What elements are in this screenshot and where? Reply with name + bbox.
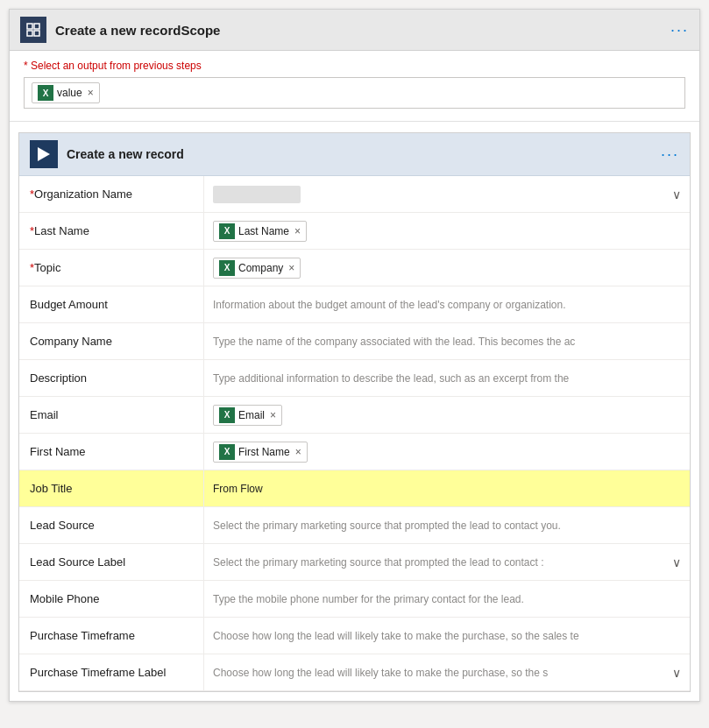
excel-icon: X	[219, 223, 235, 239]
field-label-email: Email	[19, 397, 203, 433]
inner-header-icon	[30, 140, 58, 168]
field-value-purchase-timeframe[interactable]: Choose how long the lead will likely tak…	[203, 618, 690, 654]
inner-header: Create a new record ···	[19, 133, 690, 176]
field-value-lead-source-label[interactable]: Select the primary marketing source that…	[203, 544, 690, 580]
field-label-description: Description	[19, 360, 203, 396]
field-value-organization-name[interactable]: ∨	[203, 176, 690, 212]
field-value-description[interactable]: Type additional information to describe …	[203, 360, 690, 396]
outer-header: Create a new recordScope ···	[10, 10, 699, 51]
field-row: Last NameXLast Name×	[19, 213, 690, 250]
field-row: Budget AmountInformation about the budge…	[19, 286, 690, 323]
outer-title: Create a new recordScope	[55, 23, 670, 38]
field-row: Organization Name∨	[19, 176, 690, 213]
field-label-last-name: Last Name	[19, 213, 203, 249]
org-name-blurred	[213, 186, 301, 203]
dropdown-arrow-icon[interactable]: ∨	[672, 666, 681, 680]
field-row: Lead Source LabelSelect the primary mark…	[19, 544, 690, 581]
field-label-purchase-timeframe: Purchase Timeframe	[19, 618, 203, 654]
field-row: First NameXFirst Name×	[19, 434, 690, 470]
dropdown-placeholder: Choose how long the lead will likely tak…	[213, 667, 665, 679]
field-row: DescriptionType additional information t…	[19, 360, 690, 397]
excel-icon: X	[219, 260, 235, 276]
field-label-company-name: Company Name	[19, 323, 203, 359]
field-label-organization-name: Organization Name	[19, 176, 203, 212]
field-value-email[interactable]: XEmail×	[203, 397, 690, 433]
dropdown-arrow-icon[interactable]: ∨	[672, 555, 681, 569]
field-row: Lead SourceSelect the primary marketing …	[19, 507, 690, 544]
field-label-topic: Topic	[19, 250, 203, 286]
inner-record-card: Create a new record ··· Organization Nam…	[18, 132, 691, 692]
token-label: Last Name	[238, 225, 289, 237]
value-token: X value ×	[32, 82, 100, 103]
output-label: * Select an output from previous steps	[24, 60, 685, 72]
field-label-budget-amount: Budget Amount	[19, 286, 203, 322]
token-close[interactable]: ×	[288, 262, 294, 274]
excel-icon: X	[38, 85, 53, 101]
token-label: First Name	[238, 446, 290, 458]
svg-rect-3	[34, 31, 39, 36]
field-value-topic[interactable]: XCompany×	[203, 250, 690, 286]
output-section: * Select an output from previous steps X…	[10, 51, 699, 122]
svg-rect-1	[34, 24, 39, 29]
token-label: Email	[238, 409, 265, 421]
field-value-first-name[interactable]: XFirst Name×	[203, 434, 690, 470]
field-label-purchase-timeframe-label: Purchase Timeframe Label	[19, 654, 203, 690]
token-label: Company	[238, 262, 283, 274]
token-close-button[interactable]: ×	[88, 87, 94, 99]
field-label-lead-source-label: Lead Source Label	[19, 544, 203, 580]
field-value-budget-amount[interactable]: Information about the budget amount of t…	[203, 286, 690, 322]
field-token: XLast Name×	[213, 221, 307, 242]
field-token: XCompany×	[213, 258, 301, 279]
field-row: Company NameType the name of the company…	[19, 323, 690, 360]
inner-more-options[interactable]: ···	[661, 145, 679, 164]
field-token: XEmail×	[213, 405, 282, 426]
svg-rect-2	[27, 31, 32, 36]
outer-more-options[interactable]: ···	[670, 21, 689, 39]
token-close[interactable]: ×	[295, 446, 301, 458]
field-value-mobile-phone[interactable]: Type the mobile phone number for the pri…	[203, 581, 690, 617]
field-row: TopicXCompany×	[19, 250, 690, 286]
field-label-job-title: Job Title	[19, 470, 203, 506]
play-icon	[38, 147, 50, 161]
field-value-lead-source[interactable]: Select the primary marketing source that…	[203, 507, 690, 543]
field-row: Purchase Timeframe LabelChoose how long …	[19, 654, 690, 691]
svg-rect-0	[27, 24, 32, 29]
field-label-first-name: First Name	[19, 434, 203, 470]
output-token-input[interactable]: X value ×	[24, 77, 685, 109]
dropdown-placeholder: Select the primary marketing source that…	[213, 556, 665, 569]
field-label-lead-source: Lead Source	[19, 507, 203, 543]
field-row: Purchase TimeframeChoose how long the le…	[19, 618, 690, 654]
field-row: Mobile PhoneType the mobile phone number…	[19, 581, 690, 618]
field-row: EmailXEmail×	[19, 397, 690, 434]
fields-container: Organization Name∨Last NameXLast Name×To…	[19, 176, 690, 691]
token-close[interactable]: ×	[270, 409, 276, 421]
field-token: XFirst Name×	[213, 442, 308, 463]
field-value-purchase-timeframe-label[interactable]: Choose how long the lead will likely tak…	[203, 654, 690, 690]
dropdown-arrow-icon[interactable]: ∨	[672, 187, 681, 201]
token-text: value	[57, 87, 82, 99]
outer-scope-card: Create a new recordScope ··· * Select an…	[9, 9, 700, 702]
field-value-job-title[interactable]: From Flow	[203, 470, 690, 506]
inner-title: Create a new record	[67, 147, 661, 161]
excel-icon: X	[219, 407, 235, 423]
excel-icon: X	[219, 444, 235, 460]
field-label-mobile-phone: Mobile Phone	[19, 581, 203, 617]
field-row: Job TitleFrom Flow	[19, 470, 690, 507]
scope-icon	[20, 17, 46, 43]
token-close[interactable]: ×	[294, 225, 301, 237]
field-value-company-name[interactable]: Type the name of the company associated …	[203, 323, 690, 359]
field-value-last-name[interactable]: XLast Name×	[203, 213, 690, 249]
